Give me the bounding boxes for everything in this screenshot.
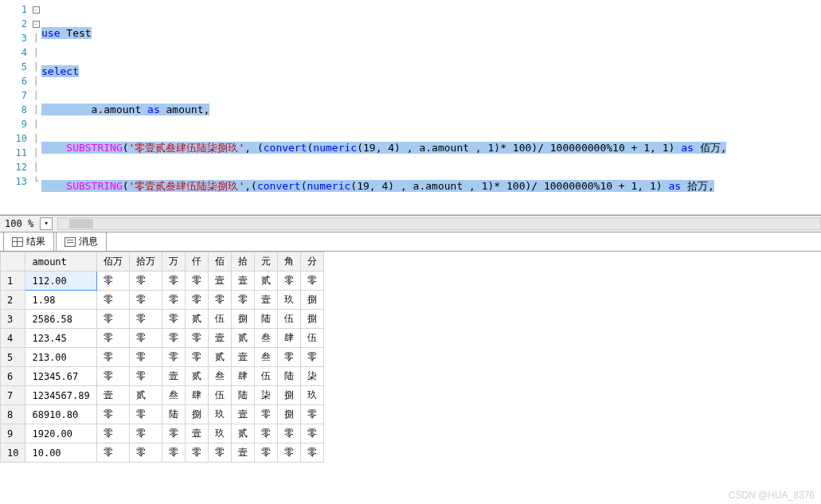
cell[interactable]: 零 xyxy=(300,424,323,443)
column-header[interactable]: 角 xyxy=(277,252,300,272)
cell[interactable]: 零 xyxy=(185,272,208,291)
row-number[interactable]: 5 xyxy=(1,348,25,367)
fold-toggle-icon[interactable]: - xyxy=(33,21,40,28)
cell[interactable]: 零 xyxy=(129,291,162,310)
code-content[interactable]: use Test select a.amount as amount, SUBS… xyxy=(41,0,821,214)
cell[interactable]: 叁 xyxy=(254,329,277,348)
cell[interactable]: 零 xyxy=(185,443,208,463)
cell[interactable]: 肆 xyxy=(185,386,208,405)
cell[interactable]: 壹 xyxy=(162,367,185,386)
column-header[interactable]: 仟 xyxy=(185,252,208,272)
cell[interactable]: 零 xyxy=(185,348,208,367)
cell[interactable]: 壹 xyxy=(231,405,254,424)
column-header[interactable]: 佰 xyxy=(208,252,231,272)
cell[interactable]: 1920.00 xyxy=(25,424,96,443)
cell[interactable]: 零 xyxy=(162,424,185,443)
cell[interactable]: 零 xyxy=(96,348,129,367)
cell[interactable]: 壹 xyxy=(231,348,254,367)
table-row[interactable]: 21.98零零零零零零壹玖捌 xyxy=(1,291,324,310)
table-row[interactable]: 71234567.89壹贰叁肆伍陆柒捌玖 xyxy=(1,386,324,405)
cell[interactable]: 捌 xyxy=(300,310,323,329)
cell[interactable]: 10.00 xyxy=(25,443,96,463)
cell[interactable]: 零 xyxy=(277,272,300,291)
cell[interactable]: 壹 xyxy=(185,424,208,443)
cell[interactable]: 贰 xyxy=(185,367,208,386)
row-number[interactable]: 9 xyxy=(1,424,25,443)
cell[interactable]: 柒 xyxy=(254,386,277,405)
fold-toggle-icon[interactable]: - xyxy=(33,6,40,14)
cell[interactable]: 伍 xyxy=(300,329,323,348)
cell[interactable]: 壹 xyxy=(208,329,231,348)
cell[interactable]: 零 xyxy=(185,291,208,310)
zoom-dropdown-icon[interactable]: ▾ xyxy=(40,217,53,230)
table-row[interactable]: 32586.58零零零贰伍捌陆伍捌 xyxy=(1,310,324,329)
cell[interactable]: 捌 xyxy=(185,405,208,424)
cell[interactable]: 贰 xyxy=(208,348,231,367)
cell[interactable]: 贰 xyxy=(231,424,254,443)
cell[interactable]: 零 xyxy=(300,405,323,424)
cell[interactable]: 零 xyxy=(254,424,277,443)
cell[interactable]: 捌 xyxy=(300,291,323,310)
cell[interactable]: 捌 xyxy=(277,386,300,405)
cell[interactable]: 伍 xyxy=(208,310,231,329)
cell[interactable]: 零 xyxy=(129,272,162,291)
cell[interactable]: 1.98 xyxy=(25,291,96,310)
sql-editor[interactable]: 1 2 3 4 5 6 7 8 9 10 11 12 13 - - ││││││… xyxy=(0,0,821,215)
cell[interactable]: 零 xyxy=(129,424,162,443)
row-number[interactable]: 3 xyxy=(1,310,25,329)
cell[interactable]: 零 xyxy=(129,405,162,424)
cell[interactable]: 零 xyxy=(96,443,129,463)
results-grid[interactable]: amount佰万拾万万仟佰拾元角分1112.00零零零零壹壹贰零零21.98零零… xyxy=(0,252,821,504)
cell[interactable]: 1234567.89 xyxy=(25,386,96,405)
cell[interactable]: 陆 xyxy=(254,310,277,329)
cell[interactable]: 壹 xyxy=(231,443,254,463)
column-header[interactable]: 佰万 xyxy=(96,252,129,272)
cell[interactable]: 伍 xyxy=(254,367,277,386)
cell[interactable]: 贰 xyxy=(129,386,162,405)
column-header[interactable]: amount xyxy=(25,252,96,272)
cell[interactable]: 零 xyxy=(96,424,129,443)
cell[interactable]: 零 xyxy=(300,348,323,367)
cell[interactable]: 零 xyxy=(96,367,129,386)
cell[interactable]: 玖 xyxy=(208,405,231,424)
cell[interactable]: 叁 xyxy=(162,386,185,405)
cell[interactable]: 零 xyxy=(208,443,231,463)
column-header[interactable]: 分 xyxy=(300,252,323,272)
cell[interactable]: 陆 xyxy=(277,367,300,386)
cell[interactable]: 2586.58 xyxy=(25,310,96,329)
column-header[interactable]: 拾 xyxy=(231,252,254,272)
cell[interactable]: 捌 xyxy=(277,405,300,424)
row-number[interactable]: 1 xyxy=(1,272,25,291)
cell[interactable]: 零 xyxy=(162,310,185,329)
cell[interactable]: 123.45 xyxy=(25,329,96,348)
cell[interactable]: 伍 xyxy=(277,310,300,329)
cell[interactable]: 肆 xyxy=(231,367,254,386)
row-number[interactable]: 6 xyxy=(1,367,25,386)
cell[interactable]: 零 xyxy=(254,443,277,463)
cell[interactable]: 213.00 xyxy=(25,348,96,367)
table-row[interactable]: 5213.00零零零零贰壹叁零零 xyxy=(1,348,324,367)
cell[interactable]: 捌 xyxy=(231,310,254,329)
cell[interactable]: 零 xyxy=(96,329,129,348)
cell[interactable]: 零 xyxy=(129,443,162,463)
table-row[interactable]: 1112.00零零零零壹壹贰零零 xyxy=(1,272,324,291)
cell[interactable]: 零 xyxy=(208,291,231,310)
cell[interactable]: 零 xyxy=(185,329,208,348)
cell[interactable]: 玖 xyxy=(277,291,300,310)
row-number[interactable]: 8 xyxy=(1,405,25,424)
cell[interactable]: 零 xyxy=(129,310,162,329)
cell[interactable]: 零 xyxy=(162,348,185,367)
fold-column[interactable]: - - ││││││││││└ xyxy=(30,0,41,214)
cell[interactable]: 叁 xyxy=(254,348,277,367)
row-number[interactable]: 2 xyxy=(1,291,25,310)
cell[interactable]: 零 xyxy=(300,272,323,291)
table-row[interactable]: 91920.00零零零壹玖贰零零零 xyxy=(1,424,324,443)
cell[interactable]: 12345.67 xyxy=(25,367,96,386)
cell[interactable]: 68910.80 xyxy=(25,405,96,424)
column-header[interactable]: 万 xyxy=(162,252,185,272)
row-number[interactable]: 4 xyxy=(1,329,25,348)
row-number[interactable]: 10 xyxy=(1,443,25,463)
row-number[interactable]: 7 xyxy=(1,386,25,405)
cell[interactable]: 零 xyxy=(254,405,277,424)
cell[interactable]: 贰 xyxy=(185,310,208,329)
